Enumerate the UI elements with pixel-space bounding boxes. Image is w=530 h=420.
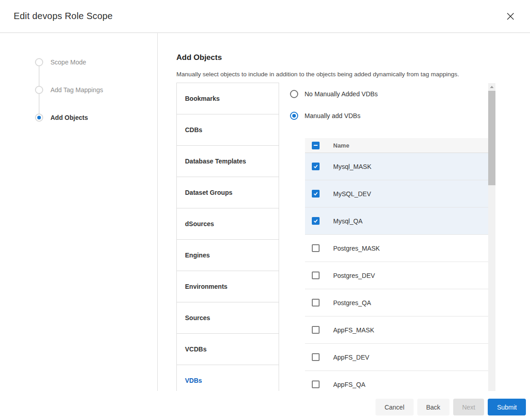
stepper-step-scope-mode[interactable]: Scope Mode bbox=[35, 58, 103, 66]
table-row[interactable]: Postgres_DEV bbox=[305, 262, 488, 289]
vdb-selection-panel: No Manually Added VDBsManually add VDBs … bbox=[290, 83, 488, 391]
checkbox-checked-icon[interactable] bbox=[312, 190, 320, 198]
object-type-tab-database-templates[interactable]: Database Templates bbox=[176, 145, 279, 177]
indeterminate-dash-icon bbox=[314, 145, 318, 146]
step-label: Add Tag Mappings bbox=[50, 86, 103, 94]
checkbox-checked-icon[interactable] bbox=[312, 217, 320, 225]
table-row[interactable]: AppFS_QA bbox=[305, 371, 488, 391]
object-type-label: Bookmarks bbox=[185, 95, 220, 102]
vdb-name: Mysql_MASK bbox=[333, 163, 371, 170]
name-column-header: Name bbox=[333, 142, 349, 149]
object-type-tab-engines[interactable]: Engines bbox=[176, 239, 279, 271]
cancel-button[interactable]: Cancel bbox=[375, 399, 414, 415]
vdb-name: Postgres_MASK bbox=[333, 245, 380, 252]
table-row[interactable]: Mysql_QA bbox=[305, 208, 488, 235]
object-type-label: CDBs bbox=[185, 126, 202, 133]
stepper-sidebar: Scope ModeAdd Tag MappingsAdd Objects bbox=[0, 33, 158, 391]
submit-button[interactable]: Submit bbox=[488, 399, 526, 415]
back-button[interactable]: Back bbox=[417, 399, 450, 415]
object-type-tab-bookmarks[interactable]: Bookmarks bbox=[176, 83, 279, 114]
vdb-name: Mysql_QA bbox=[333, 217, 363, 225]
checkbox-unchecked-icon[interactable] bbox=[312, 272, 320, 279]
checkbox-unchecked-icon[interactable] bbox=[312, 380, 320, 388]
object-type-tab-environments[interactable]: Environments bbox=[176, 271, 279, 302]
object-type-tab-cdbs[interactable]: CDBs bbox=[176, 114, 279, 146]
step-circle-icon bbox=[35, 86, 43, 94]
scrollbar-up-arrow-icon[interactable] bbox=[488, 83, 495, 90]
dialog-header: Edit devops Role Scope bbox=[0, 0, 530, 33]
object-type-list: BookmarksCDBsDatabase TemplatesDataset G… bbox=[176, 83, 279, 391]
table-row[interactable]: AppFS_DEV bbox=[305, 344, 488, 371]
vdb-name: Postgres_DEV bbox=[333, 272, 375, 279]
checkbox-unchecked-icon[interactable] bbox=[312, 353, 320, 361]
table-row[interactable]: AppFS_MASK bbox=[305, 316, 488, 344]
vdb-name: MySQL_DEV bbox=[333, 190, 371, 198]
object-type-label: dSources bbox=[185, 220, 214, 227]
radio-option-label: Manually add VDBs bbox=[305, 112, 360, 119]
step-circle-icon bbox=[35, 114, 43, 122]
object-type-label: VDBs bbox=[185, 377, 202, 384]
checkbox-unchecked-icon[interactable] bbox=[312, 326, 320, 334]
object-type-label: Sources bbox=[185, 314, 210, 321]
add-objects-panel: Add Objects Manually select objects to i… bbox=[158, 33, 530, 391]
object-type-label: Engines bbox=[185, 252, 210, 259]
radio-button-icon bbox=[290, 112, 298, 120]
dialog-title: Edit devops Role Scope bbox=[14, 11, 113, 21]
next-button: Next bbox=[453, 399, 485, 415]
table-row[interactable]: Postgres_MASK bbox=[305, 235, 488, 262]
step-label: Scope Mode bbox=[50, 59, 86, 66]
object-type-label: VCDBs bbox=[185, 346, 206, 353]
table-row[interactable]: Postgres_QA bbox=[305, 289, 488, 316]
checkbox-unchecked-icon[interactable] bbox=[312, 299, 320, 306]
radio-option-label: No Manually Added VDBs bbox=[305, 90, 378, 98]
object-type-tab-dataset-groups[interactable]: Dataset Groups bbox=[176, 177, 279, 208]
vdb-name: Postgres_QA bbox=[333, 299, 371, 306]
vdb-name: AppFS_DEV bbox=[333, 354, 369, 361]
dialog-footer: Cancel Back Next Submit bbox=[375, 399, 526, 415]
step-label: Add Objects bbox=[50, 114, 88, 121]
table-row[interactable]: MySQL_DEV bbox=[305, 180, 488, 208]
radio-option-manually-add-vdbs[interactable]: Manually add VDBs bbox=[290, 112, 488, 120]
table-header-row: Name bbox=[305, 138, 488, 153]
step-circle-icon bbox=[35, 58, 43, 66]
object-type-tab-vdbs[interactable]: VDBs bbox=[176, 365, 279, 391]
section-heading: Add Objects bbox=[176, 53, 530, 62]
stepper-step-add-tag-mappings[interactable]: Add Tag Mappings bbox=[35, 86, 103, 94]
scrollbar-thumb[interactable] bbox=[488, 91, 495, 185]
object-type-label: Dataset Groups bbox=[185, 189, 232, 196]
vdb-name: AppFS_QA bbox=[333, 381, 365, 388]
object-type-label: Database Templates bbox=[185, 158, 246, 165]
select-all-checkbox[interactable] bbox=[312, 142, 320, 149]
object-type-tab-vcdbs[interactable]: VCDBs bbox=[176, 333, 279, 365]
vdb-table: Name Mysql_MASKMySQL_DEVMysql_QAPostgres… bbox=[305, 138, 488, 391]
stepper: Scope ModeAdd Tag MappingsAdd Objects bbox=[35, 58, 103, 141]
checkbox-unchecked-icon[interactable] bbox=[312, 244, 320, 252]
section-description: Manually select objects to include in ad… bbox=[176, 71, 530, 78]
dialog-body: Scope ModeAdd Tag MappingsAdd Objects Ad… bbox=[0, 33, 530, 391]
object-type-tab-dsources[interactable]: dSources bbox=[176, 208, 279, 240]
radio-button-icon bbox=[290, 90, 298, 98]
edit-role-scope-dialog: Edit devops Role Scope Scope ModeAdd Tag… bbox=[0, 0, 530, 391]
radio-group: No Manually Added VDBsManually add VDBs bbox=[290, 90, 488, 120]
scrollbar-track[interactable] bbox=[488, 83, 495, 391]
radio-option-no-manual-vdbs[interactable]: No Manually Added VDBs bbox=[290, 90, 488, 98]
checkbox-checked-icon[interactable] bbox=[312, 163, 320, 170]
stepper-step-add-objects[interactable]: Add Objects bbox=[35, 114, 103, 122]
table-row[interactable]: Mysql_MASK bbox=[305, 153, 488, 180]
vdb-name: AppFS_MASK bbox=[333, 326, 374, 334]
object-type-tab-sources[interactable]: Sources bbox=[176, 302, 279, 334]
close-icon[interactable] bbox=[505, 10, 516, 22]
object-type-label: Environments bbox=[185, 283, 227, 290]
content-row: BookmarksCDBsDatabase TemplatesDataset G… bbox=[176, 83, 530, 391]
table-body: Mysql_MASKMySQL_DEVMysql_QAPostgres_MASK… bbox=[305, 153, 488, 391]
